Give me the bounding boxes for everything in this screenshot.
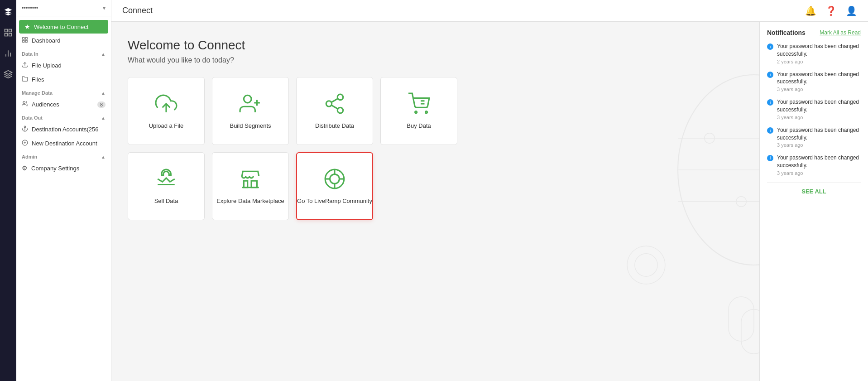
see-all-button[interactable]: SEE ALL [767, 182, 861, 195]
svg-rect-0 [5, 29, 8, 32]
sidebar-item-label: New Destination Account [32, 140, 97, 147]
sidebar-item-destination-accounts[interactable]: Destination Accounts(256 [16, 122, 111, 136]
build-segments-label: Build Segments [230, 122, 271, 130]
action-cards-row-2: Sell Data Explore Data Marketplace [128, 152, 741, 220]
notification-time: 3 years ago [777, 115, 861, 120]
liveramp-community-icon [323, 168, 346, 192]
main-area: Connect 🔔 ❓ 👤 [111, 0, 868, 381]
sidebar-item-new-destination[interactable]: New Destination Account [16, 136, 111, 150]
sidebar-section-manage-data: Manage Data ▲ [16, 87, 111, 97]
people-build-icon [239, 92, 262, 117]
svg-point-40 [415, 111, 417, 113]
notifications-panel: Notifications Mark All as Read i Your pa… [759, 22, 868, 381]
notification-item: i Your password has been changed success… [767, 43, 861, 64]
help-icon[interactable]: ❓ [825, 5, 837, 16]
sidebar-item-label: Dashboard [32, 37, 61, 44]
svg-line-39 [331, 98, 338, 102]
sell-data-label: Sell Data [154, 198, 178, 205]
cart-icon [408, 92, 430, 117]
user-avatar-icon[interactable]: 👤 [846, 5, 857, 16]
section-arrow-icon: ▲ [101, 116, 106, 121]
page-subtitle: What would you like to do today? [128, 56, 741, 64]
sidebar-item-label: Files [32, 76, 44, 83]
buy-data-label: Buy Data [407, 122, 431, 130]
notification-time: 3 years ago [777, 142, 861, 148]
sidebar-item-company-settings[interactable]: ⚙ Company Settings [16, 161, 111, 175]
sidebar-item-welcome[interactable]: ★ Welcome to Connect [19, 20, 108, 34]
anchor-icon [22, 125, 28, 133]
notifications-title: Notifications [767, 29, 806, 36]
svg-point-13 [23, 101, 25, 104]
sidebar-item-dashboard[interactable]: Dashboard [16, 34, 111, 48]
page-title: Welcome to Connect [128, 38, 741, 53]
sidebar: •••••••• ▾ ‹ ★ Welcome to Connect Dashbo… [16, 0, 111, 381]
notification-text: Your password has been changed successfu… [777, 154, 861, 169]
org-name: •••••••• [22, 5, 38, 11]
upload-icon [22, 62, 28, 69]
distribute-data-card[interactable]: Distribute Data [296, 77, 373, 145]
section-arrow-icon: ▲ [101, 91, 106, 96]
section-arrow-icon: ▲ [101, 52, 106, 57]
svg-point-37 [337, 107, 343, 113]
grid-icon[interactable] [2, 26, 14, 39]
upload-cloud-icon [155, 92, 177, 117]
icon-rail [0, 0, 16, 381]
plus-circle-icon [22, 140, 28, 147]
svg-marker-7 [5, 71, 12, 74]
notification-item: i Your password has been changed success… [767, 126, 861, 148]
action-cards-row-1: Upload a File Build Segments [128, 77, 741, 145]
sidebar-chevron-icon[interactable]: ▾ [103, 5, 106, 11]
page-content: Welcome to Connect What would you like t… [111, 22, 759, 381]
svg-rect-3 [9, 34, 12, 36]
svg-point-35 [337, 94, 343, 100]
sidebar-item-file-upload[interactable]: File Upload [16, 58, 111, 72]
sidebar-item-audiences[interactable]: Audiences 8 [16, 97, 111, 111]
store-icon [239, 168, 262, 192]
svg-point-36 [326, 101, 332, 106]
sell-data-card[interactable]: Sell Data [128, 152, 205, 220]
hand-money-icon [155, 168, 177, 192]
notification-text: Your password has been changed successfu… [777, 43, 861, 58]
sidebar-item-label: Audiences [32, 101, 59, 108]
logo-icon[interactable] [2, 5, 14, 18]
sidebar-item-files[interactable]: Files [16, 72, 111, 87]
distribute-icon [323, 92, 346, 117]
sidebar-nav: ★ Welcome to Connect Dashboard Data In ▲… [16, 16, 111, 178]
go-liveramp-label: Go To LiveRamp Community [297, 198, 372, 205]
notification-time: 3 years ago [777, 87, 861, 92]
svg-point-41 [426, 111, 427, 113]
svg-rect-11 [25, 40, 27, 42]
explore-marketplace-card[interactable]: Explore Data Marketplace [212, 152, 289, 220]
layers-icon[interactable] [2, 68, 14, 81]
section-arrow-icon: ▲ [101, 154, 106, 159]
notification-bell-icon[interactable]: 🔔 [805, 5, 816, 16]
notification-item: i Your password has been changed success… [767, 154, 861, 176]
notification-time: 3 years ago [777, 170, 861, 176]
sidebar-item-label: Destination Accounts(256 [32, 126, 98, 133]
svg-rect-45 [244, 181, 247, 188]
app-name: Connect [122, 6, 153, 15]
audiences-badge: 8 [97, 101, 106, 108]
notification-dot-icon: i [767, 127, 773, 134]
notification-text: Your password has been changed successfu… [777, 98, 861, 114]
chart-icon[interactable] [2, 47, 14, 60]
explore-marketplace-label: Explore Data Marketplace [216, 198, 284, 205]
distribute-data-label: Distribute Data [315, 122, 354, 130]
notification-item: i Your password has been changed success… [767, 98, 861, 120]
notification-text: Your password has been changed successfu… [777, 126, 861, 142]
notifications-header: Notifications Mark All as Read [767, 29, 861, 36]
folder-icon [22, 76, 28, 83]
notification-text: Your password has been changed successfu… [777, 71, 861, 86]
buy-data-card[interactable]: Buy Data [380, 77, 457, 145]
notification-item: i Your password has been changed success… [767, 71, 861, 92]
notification-dot-icon: i [767, 72, 773, 78]
upload-file-card[interactable]: Upload a File [128, 77, 205, 145]
go-liveramp-card[interactable]: Go To LiveRamp Community [296, 152, 373, 220]
upload-file-label: Upload a File [149, 122, 184, 130]
mark-all-read-button[interactable]: Mark All as Read [820, 29, 861, 36]
sidebar-item-label: File Upload [32, 62, 62, 69]
gear-icon: ⚙ [22, 164, 28, 172]
build-segments-card[interactable]: Build Segments [212, 77, 289, 145]
svg-point-49 [330, 174, 340, 183]
svg-point-14 [24, 126, 26, 128]
